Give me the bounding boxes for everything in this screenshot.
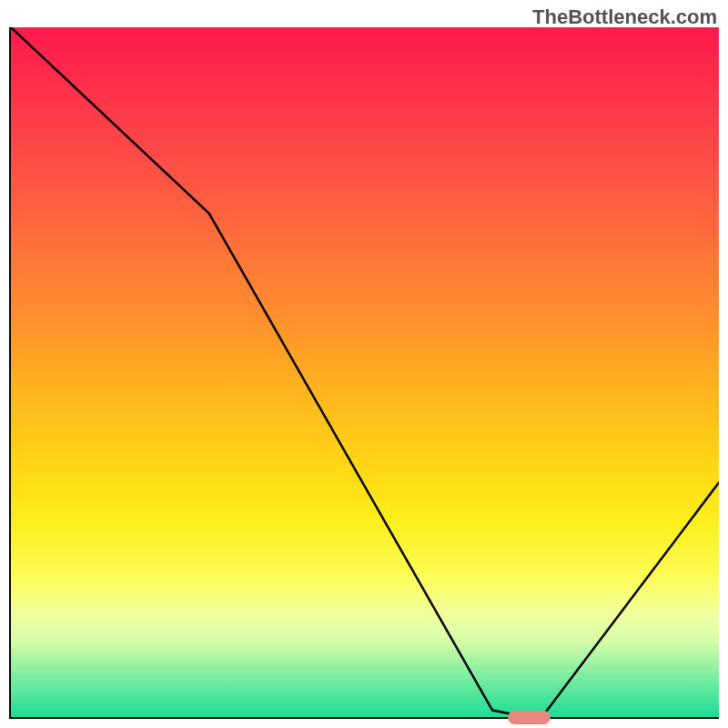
chart-marker-pill [508, 711, 551, 724]
watermark-text: TheBottleneck.com [532, 5, 717, 29]
chart-line-curve [11, 27, 719, 717]
chart-plot-area [9, 27, 719, 719]
